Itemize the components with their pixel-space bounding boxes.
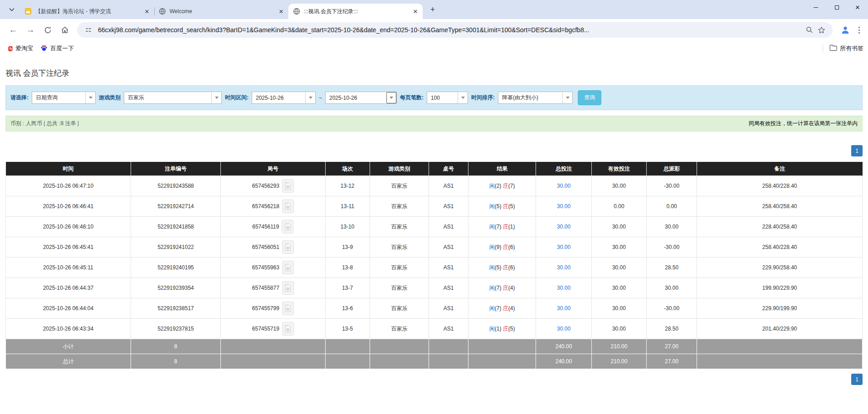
subtotal-row-cell-4	[370, 339, 429, 354]
chevron-down-icon[interactable]	[458, 92, 468, 103]
column-header: 备注	[697, 162, 863, 176]
payout-cell: -30.00	[646, 237, 697, 258]
bet-time-cell: 2025-10-26 06:47:10	[6, 176, 131, 196]
bet-id-cell: 522919241022	[131, 237, 220, 258]
table-row: 2025-10-26 06:46:41522919242714657456218…	[6, 196, 863, 217]
browser-menu-icon[interactable]	[858, 27, 860, 34]
page-size-select[interactable]: 100	[427, 92, 468, 104]
tab-close-icon[interactable]: ✕	[412, 8, 419, 15]
maximize-button[interactable]	[826, 0, 847, 15]
page-1-button[interactable]: 1	[851, 145, 863, 156]
video-replay-icon[interactable]	[282, 302, 294, 315]
total-bet-link[interactable]: 30.00	[557, 264, 571, 271]
game-type-select[interactable]: 百家乐	[124, 92, 222, 104]
close-button[interactable]: ✕	[847, 0, 868, 15]
round-number-cell: 657456218	[221, 196, 325, 217]
result-banker: 庄	[503, 305, 508, 312]
total-bet-link[interactable]: 30.00	[557, 244, 571, 250]
tab-title: :::视讯 会员下注纪录:::	[304, 8, 412, 15]
site-info-icon[interactable]	[83, 24, 94, 36]
total-bet-link[interactable]: 30.00	[557, 285, 571, 291]
table-number-cell: AS1	[429, 319, 468, 339]
search-button[interactable]: 查询	[578, 90, 601, 105]
tab-close-icon[interactable]: ✕	[143, 8, 151, 15]
table-number-cell: AS1	[429, 217, 468, 237]
video-replay-icon[interactable]	[282, 220, 293, 234]
video-replay-icon[interactable]	[282, 261, 294, 274]
reload-icon[interactable]	[40, 23, 55, 37]
table-row: 2025-10-26 06:44:04522919238517657455799…	[6, 298, 863, 319]
chevron-down-icon[interactable]	[211, 92, 221, 103]
currency-summary: 币别 : 人民币 | 总共 :8 注单 |	[10, 120, 79, 127]
chevron-down-icon[interactable]	[562, 92, 572, 103]
bet-records-table: 时间注单编号局号场次游戏类别桌号结果总投注有效投注总派彩备注 2025-10-2…	[5, 162, 863, 369]
all-bookmarks-label[interactable]: 所有书签	[840, 44, 863, 53]
browser-tab-2[interactable]: Welcome✕	[154, 4, 288, 19]
date-start-select[interactable]: 2025-10-26	[252, 92, 316, 104]
video-replay-icon[interactable]	[282, 281, 294, 295]
game-type-label: 游戏类别	[99, 94, 121, 102]
bet-id-cell: 522919240195	[131, 258, 220, 278]
total-bet-link[interactable]: 30.00	[557, 224, 571, 230]
total-bet-link[interactable]: 30.00	[557, 326, 571, 332]
browser-tab-3[interactable]: :::视讯 会员下注纪录:::✕	[288, 4, 423, 19]
total-row-cell-0: 总计	[6, 354, 131, 369]
result-player: 闲	[489, 244, 495, 250]
chevron-down-icon[interactable]	[305, 92, 315, 103]
total-bet-link[interactable]: 30.00	[557, 183, 571, 189]
tab-strip: 【新提醒】海燕论坛 - 博学交流✕Welcome✕:::视讯 会员下注纪录:::…	[0, 0, 868, 19]
column-header: 游戏类别	[370, 162, 429, 176]
valid-bet-cell: 30.00	[592, 258, 647, 278]
table-row: 2025-10-26 06:46:10522919241858657456119…	[6, 217, 863, 237]
subtotal-row-cell-2	[221, 339, 325, 354]
result-player: 闲	[489, 203, 495, 209]
video-replay-icon[interactable]	[282, 240, 294, 254]
result-banker: 庄	[503, 183, 508, 189]
back-icon[interactable]: ←	[6, 23, 20, 37]
mail-yellow-icon	[24, 8, 32, 15]
home-icon[interactable]	[58, 23, 72, 37]
round-number: 657456119	[252, 224, 279, 230]
bookmark-star-icon[interactable]	[815, 24, 827, 36]
browser-tab-1[interactable]: 【新提醒】海燕论坛 - 博学交流✕	[20, 4, 154, 19]
video-replay-icon[interactable]	[282, 200, 294, 213]
total-row-cell-6	[468, 354, 536, 369]
tab-close-icon[interactable]: ✕	[278, 8, 285, 15]
minimize-button[interactable]	[805, 0, 826, 15]
table-row: 2025-10-26 06:45:41522919241022657456051…	[6, 237, 863, 258]
video-replay-icon[interactable]	[282, 179, 294, 193]
tab-search-chevron-icon[interactable]	[5, 3, 18, 16]
valid-bet-cell: 30.00	[592, 319, 647, 339]
remark-cell: 199.90/229.90	[697, 278, 863, 298]
bet-time-cell: 2025-10-26 06:46:10	[6, 217, 131, 237]
bookmark-label: 爱淘宝	[15, 44, 33, 53]
round-number: 657455963	[252, 264, 279, 271]
result-banker-points: (6)	[508, 244, 515, 250]
chevron-down-icon[interactable]	[85, 92, 95, 103]
page-1-button[interactable]: 1	[851, 374, 863, 385]
zoom-icon[interactable]	[804, 24, 815, 36]
total-bet-link[interactable]: 30.00	[557, 305, 571, 312]
chevron-down-icon[interactable]	[386, 92, 396, 103]
bookmark-item-1[interactable]: 淘爱淘宝	[5, 43, 37, 55]
round-number-cell: 657456293	[221, 176, 325, 196]
total-bet-link[interactable]: 30.00	[557, 203, 571, 209]
query-type-select[interactable]: 日期查询	[32, 92, 96, 104]
address-bar[interactable]: 66cxkj98.com/game/betrecord_search/kind3…	[77, 22, 833, 38]
date-end-select[interactable]: 2025-10-26	[325, 92, 397, 104]
new-tab-button[interactable]: +	[426, 3, 439, 16]
remark-cell: 229.90/199.90	[697, 298, 863, 319]
video-replay-icon[interactable]	[282, 322, 294, 336]
url-text[interactable]: 66cxkj98.com/game/betrecord_search/kind3…	[98, 26, 804, 34]
bookmark-item-2[interactable]: 百度一下	[37, 43, 78, 55]
profile-avatar-icon[interactable]	[838, 23, 853, 37]
remark-cell: 258.40/258.40	[697, 196, 863, 217]
bet-time-cell: 2025-10-26 06:44:04	[6, 298, 131, 319]
round-number-cell: 657455799	[221, 298, 325, 319]
column-header: 总投注	[536, 162, 592, 176]
sort-select[interactable]: 降幂(由大到小)	[498, 92, 573, 104]
game-type-cell: 百家乐	[370, 319, 429, 339]
round-number-cell: 657455877	[221, 278, 325, 298]
game-type-cell: 百家乐	[370, 258, 429, 278]
forward-icon[interactable]: →	[23, 23, 38, 37]
